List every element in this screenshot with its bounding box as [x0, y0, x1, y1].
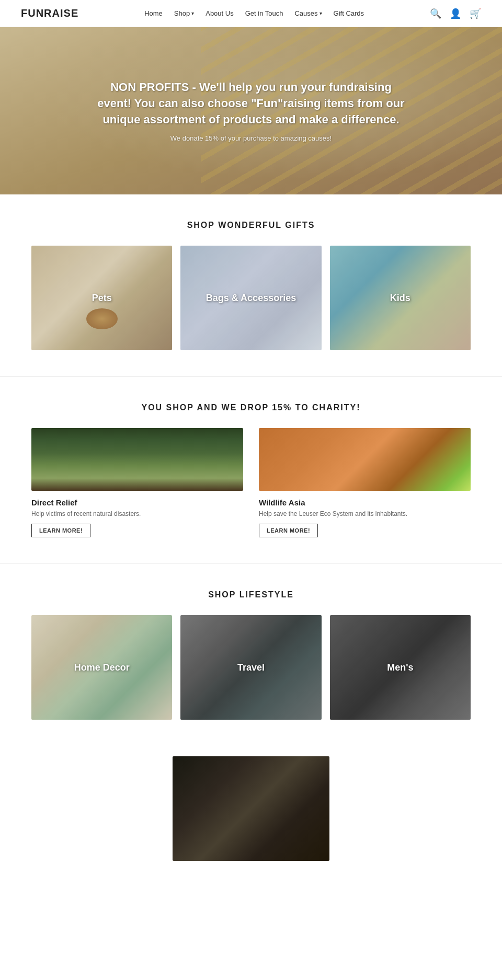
- charity-section: YOU SHOP AND WE DROP 15% TO CHARITY! Dir…: [0, 377, 502, 563]
- kids-label: Kids: [330, 246, 471, 350]
- header-icons: 🔍 👤 🛒: [430, 8, 481, 19]
- hero-content: NON PROFITS - We'll help you run your fu…: [84, 69, 418, 152]
- charity-card-direct-relief: Direct Relief Help victims of recent nat…: [31, 428, 243, 537]
- rhino-image: [173, 756, 329, 861]
- logo[interactable]: FUNRAISE: [21, 7, 78, 19]
- charity-grid: Direct Relief Help victims of recent nat…: [31, 428, 471, 537]
- category-card-travel[interactable]: Travel: [180, 615, 321, 720]
- wildlife-learn-btn[interactable]: LEARN MORE!: [259, 524, 318, 537]
- wildlife-image: [259, 428, 471, 491]
- category-card-pets[interactable]: Pets: [31, 246, 172, 350]
- main-nav: Home Shop ▾ About Us Get in Touch Causes…: [144, 9, 364, 17]
- user-icon[interactable]: 👤: [450, 8, 461, 19]
- shop-wonderful-heading: SHOP WONDERFUL GIFTS: [31, 221, 471, 230]
- hero-banner: NON PROFITS - We'll help you run your fu…: [0, 27, 502, 194]
- site-header: FUNRAISE Home Shop ▾ About Us Get in Tou…: [0, 0, 502, 27]
- category-card-mens[interactable]: Men's: [330, 615, 471, 720]
- charity-card-wildlife: Wildlife Asia Help save the Leuser Eco S…: [259, 428, 471, 537]
- category-card-kids[interactable]: Kids: [330, 246, 471, 350]
- hero-title: NON PROFITS - We'll help you run your fu…: [94, 79, 408, 128]
- travel-label: Travel: [180, 615, 321, 720]
- pets-label: Pets: [31, 246, 172, 350]
- nav-causes[interactable]: Causes ▾: [294, 9, 322, 17]
- nav-home[interactable]: Home: [144, 9, 163, 17]
- category-card-bags[interactable]: Bags & Accessories: [180, 246, 321, 350]
- category-grid-gifts: Pets Bags & Accessories Kids: [31, 246, 471, 350]
- cart-icon[interactable]: 🛒: [470, 8, 481, 19]
- shop-chevron: ▾: [191, 10, 194, 16]
- wildlife-name: Wildlife Asia: [259, 498, 471, 507]
- causes-chevron: ▾: [320, 10, 322, 16]
- direct-relief-image: [31, 428, 243, 491]
- search-icon[interactable]: 🔍: [430, 8, 441, 19]
- direct-relief-desc: Help victims of recent natural disasters…: [31, 510, 243, 517]
- nav-about[interactable]: About Us: [206, 9, 233, 17]
- direct-relief-learn-btn[interactable]: LEARN MORE!: [31, 524, 90, 537]
- nav-giftcards[interactable]: Gift Cards: [334, 9, 364, 17]
- nav-contact[interactable]: Get in Touch: [245, 9, 283, 17]
- direct-relief-name: Direct Relief: [31, 498, 243, 507]
- mens-label: Men's: [330, 615, 471, 720]
- home-decor-label: Home Decor: [31, 615, 172, 720]
- shop-wonderful-section: SHOP WONDERFUL GIFTS Pets Bags & Accesso…: [0, 194, 502, 376]
- hero-subtitle: We donate 15% of your purchase to amazin…: [94, 134, 408, 142]
- bags-label: Bags & Accessories: [180, 246, 321, 350]
- bottom-image-section: [0, 746, 502, 892]
- nav-shop[interactable]: Shop ▾: [174, 9, 194, 17]
- shop-lifestyle-section: SHOP LIFESTYLE Home Decor Travel Men's: [0, 564, 502, 746]
- charity-heading: YOU SHOP AND WE DROP 15% TO CHARITY!: [31, 403, 471, 412]
- category-card-home-decor[interactable]: Home Decor: [31, 615, 172, 720]
- wildlife-desc: Help save the Leuser Eco System and its …: [259, 510, 471, 517]
- category-grid-lifestyle: Home Decor Travel Men's: [31, 615, 471, 720]
- shop-lifestyle-heading: SHOP LIFESTYLE: [31, 590, 471, 599]
